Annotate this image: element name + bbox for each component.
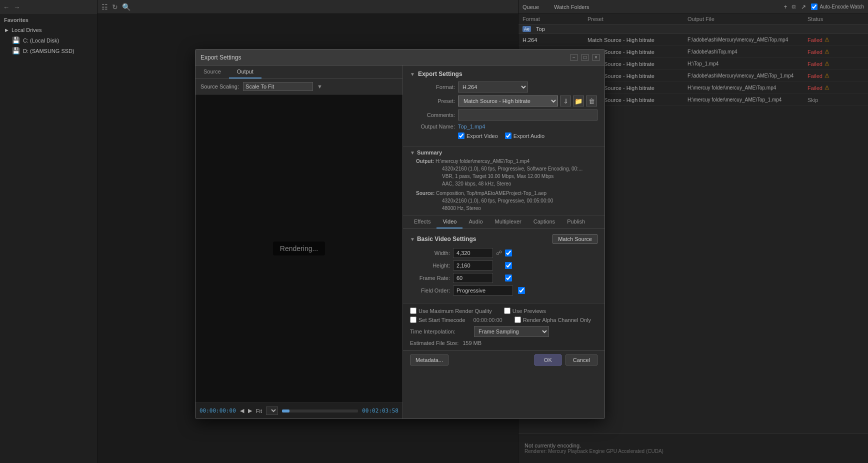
format-label: Format: — [410, 84, 455, 90]
height-label: Height: — [410, 262, 450, 268]
fit-select[interactable] — [266, 406, 278, 415]
tab-video[interactable]: Video — [436, 216, 462, 228]
export-settings-title: Export Settings — [418, 70, 462, 78]
queue-item[interactable]: H.264 Match Source - High bitrate F:\ado… — [518, 34, 868, 46]
field-order-input[interactable] — [453, 286, 513, 296]
item-output-5: H:\mercuy folder\mercuy_AME\Top_1.mp4 — [688, 97, 808, 102]
render-alpha-label[interactable]: Render Alpha Channel Only — [514, 316, 591, 323]
drive-item-d[interactable]: 💾 D: (SAMSUNG SSD) — [0, 46, 97, 56]
use-previews-checkbox[interactable] — [504, 308, 510, 314]
max-quality-label[interactable]: Use Maximum Render Quality — [410, 308, 492, 314]
ae-group-badge: Ae — [522, 26, 531, 32]
export-video-label[interactable]: Export Video — [458, 132, 498, 139]
local-drives-item[interactable]: ► Local Drives — [0, 25, 97, 35]
render-alpha-text: Render Alpha Channel Only — [523, 317, 591, 323]
output-name-link[interactable]: Top_1.mp4 — [458, 124, 485, 130]
preset-select[interactable]: Match Source - High bitrate — [458, 96, 558, 106]
time-interp-select[interactable]: Frame Sampling — [474, 326, 549, 337]
summary-output-path: H:\mercuy folder\mercuy_AME\Top_1.mp4 — [436, 158, 530, 164]
cancel-btn[interactable]: Cancel — [566, 354, 598, 366]
tab-multiplexer[interactable]: Multiplexer — [489, 216, 528, 228]
field-order-checkbox[interactable] — [518, 287, 525, 294]
source-scaling-select[interactable]: Scale To Fit — [243, 82, 313, 91]
frame-rate-input[interactable] — [453, 273, 493, 283]
playback-arrow-right[interactable]: ▶ — [248, 408, 252, 414]
start-timecode-checkbox[interactable] — [410, 316, 416, 323]
filter-icon[interactable]: ☷ — [102, 3, 108, 11]
refresh-icon[interactable]: ↻ — [112, 3, 118, 11]
auto-encode-checkbox[interactable] — [811, 4, 818, 10]
start-timecode-label[interactable]: Set Start Timecode — [410, 316, 466, 323]
item-output-3: F:\adobe\ash\Mercury\mercuy_AME\Top_1.mp… — [688, 73, 808, 78]
collapse-icon[interactable]: ▼ — [410, 72, 415, 77]
summary-collapse-icon[interactable]: ▼ — [410, 150, 415, 156]
back-arrow-icon[interactable]: ← — [3, 4, 10, 11]
basic-video-collapse-icon[interactable]: ▼ — [410, 236, 415, 242]
item-output-0: F:\adobe\ash\Mercury\mercuy_AME\Top.mp4 — [688, 37, 808, 42]
dialog-minimize-btn[interactable]: − — [570, 54, 578, 61]
tab-output[interactable]: Output — [229, 66, 262, 78]
preset-folder-btn[interactable]: 📁 — [573, 96, 584, 106]
warning-icon-2: ⚠ — [824, 60, 830, 67]
width-input[interactable] — [453, 248, 493, 258]
comments-input[interactable] — [458, 110, 598, 120]
dialog-controls: − □ × — [570, 54, 600, 61]
width-lock-checkbox[interactable] — [505, 250, 512, 256]
summary-source-details: Composition, Top/tmpAEtoAMEProject-Top_1… — [436, 190, 546, 196]
dialog-right-pane: ▼ Export Settings Format: H.264 Preset: — [403, 66, 604, 418]
ok-btn[interactable]: OK — [534, 354, 562, 366]
drive-item-c[interactable]: 💾 C: (Local Disk) — [0, 35, 97, 46]
timeline-track[interactable] — [282, 410, 358, 412]
not-encoding-text: Not currently encoding. Renderer: Mercur… — [524, 442, 664, 454]
not-encoding-label: Not currently encoding. — [524, 442, 664, 448]
add-icon[interactable]: + — [784, 4, 787, 10]
height-lock-checkbox[interactable] — [505, 262, 512, 269]
summary-output-detail-2: VBR, 1 pass, Target 10.00 Mbps, Max 12.0… — [442, 172, 600, 180]
forward-arrow-icon[interactable]: → — [14, 4, 20, 11]
source-output-tabs: Source Output — [196, 66, 402, 79]
field-order-row: Field Order: — [410, 286, 598, 296]
max-quality-checkbox[interactable] — [410, 308, 416, 314]
settings-icon[interactable]: ⛭ — [791, 4, 797, 10]
preset-save-btn[interactable]: ⇓ — [560, 96, 571, 106]
metadata-btn[interactable]: Metadata... — [410, 354, 448, 366]
warning-icon-3: ⚠ — [824, 72, 830, 79]
scaling-dropdown-icon: ▼ — [317, 84, 322, 90]
frame-rate-row: Frame Rate: — [410, 273, 598, 283]
rendering-label: Rendering... — [273, 242, 325, 256]
search-icon[interactable]: 🔍 — [122, 3, 130, 11]
item-status-5: Skip — [808, 97, 858, 103]
render-alpha-checkbox[interactable] — [514, 316, 521, 323]
tab-source[interactable]: Source — [196, 66, 229, 78]
dialog-restore-btn[interactable]: □ — [582, 54, 588, 61]
export-audio-checkbox[interactable] — [505, 132, 512, 139]
summary-source-detail-1: 4320x2160 (1.0), 60 fps, Progressive, 00… — [442, 197, 600, 204]
timecode-value: 00:00:00:00 — [474, 317, 502, 323]
export-audio-label[interactable]: Export Audio — [505, 132, 544, 139]
playback-arrow-left[interactable]: ◀ — [240, 408, 244, 414]
tab-captions[interactable]: Captions — [528, 216, 561, 228]
format-select[interactable]: H.264 — [458, 82, 528, 92]
dialog-close-btn[interactable]: × — [592, 54, 600, 61]
preset-delete-btn[interactable]: 🗑 — [586, 96, 597, 106]
tab-publish[interactable]: Publish — [561, 216, 591, 228]
export-icon[interactable]: ↗ — [801, 4, 806, 10]
drive-c-icon: 💾 — [12, 36, 20, 44]
time-interp-row: Time Interpolation: Frame Sampling — [410, 326, 598, 337]
height-input[interactable] — [453, 260, 493, 270]
comments-row: Comments: — [410, 110, 598, 120]
preview-area: Rendering... — [196, 94, 402, 402]
file-size-row: Estimated File Size: 159 MB — [410, 340, 598, 346]
match-source-btn[interactable]: Match Source — [552, 234, 598, 244]
tab-audio[interactable]: Audio — [462, 216, 488, 228]
watch-folders-title[interactable]: Watch Folders — [554, 4, 590, 10]
tab-effects[interactable]: Effects — [408, 216, 436, 228]
frame-rate-checkbox[interactable] — [505, 274, 512, 282]
export-video-checkbox[interactable] — [458, 132, 464, 139]
auto-encode-watch[interactable]: Auto-Encode Watch — [811, 4, 864, 10]
col-header-status: Status — [808, 16, 858, 22]
frame-rate-label: Frame Rate: — [410, 275, 450, 281]
use-previews-label[interactable]: Use Previews — [504, 308, 546, 314]
item-preset-0: Match Source - High bitrate — [588, 37, 688, 43]
export-dialog: Export Settings − □ × Source Output Sour… — [195, 49, 605, 419]
